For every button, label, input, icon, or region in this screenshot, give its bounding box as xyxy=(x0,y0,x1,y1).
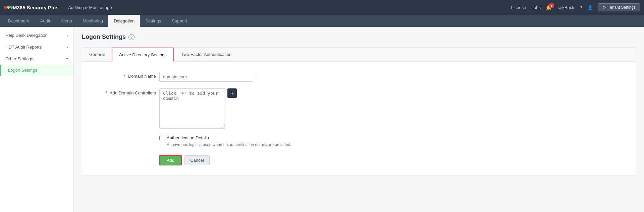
tab-dashboard[interactable]: Dashboard xyxy=(3,15,35,27)
auth-details-checkbox[interactable] xyxy=(159,136,164,140)
sidebar-item-hdt-audit-reports[interactable]: HDT Audit Reports › xyxy=(0,41,73,53)
main-content: Logon Settings ? General Active Director… xyxy=(74,27,644,212)
sidebar-item-logon-settings[interactable]: Logon Settings xyxy=(0,65,73,76)
add-domain-button[interactable]: + xyxy=(227,88,237,98)
form-area: * Domain Name * Add Domain Controllers + xyxy=(82,62,636,175)
sidebar-item-label: HDT Audit Reports xyxy=(5,45,42,50)
inner-tabs: General Active Directory Settings Two-Fa… xyxy=(82,48,636,62)
required-indicator: * xyxy=(106,90,107,95)
app-logo-dots xyxy=(4,6,13,9)
auth-details-section: Authentication Details Anonymous login i… xyxy=(96,135,622,147)
help-link[interactable]: ? xyxy=(580,5,582,10)
tab-monitoring[interactable]: Monitoring xyxy=(77,15,108,27)
license-link[interactable]: License xyxy=(511,5,526,10)
app-body: Help Desk Delegation › HDT Audit Reports… xyxy=(0,27,644,212)
notifications[interactable]: 🔔 3 xyxy=(546,5,551,10)
jobs-link[interactable]: Jobs xyxy=(532,5,541,10)
user-icon[interactable]: 👤 xyxy=(587,5,593,10)
notification-count: 3 xyxy=(549,3,554,8)
tab-delegation[interactable]: Delegation xyxy=(108,15,140,27)
gear-icon: ⚙ xyxy=(602,5,606,10)
tenant-settings-button[interactable]: ⚙ Tenant Settings xyxy=(598,3,640,11)
domain-name-row: * Domain Name xyxy=(96,72,622,82)
tab-active-directory-settings[interactable]: Active Directory Settings xyxy=(112,48,174,62)
sidebar: Help Desk Delegation › HDT Audit Reports… xyxy=(0,27,74,212)
tab-settings[interactable]: Settings xyxy=(140,15,166,27)
chevron-down-icon: ▾ xyxy=(66,57,68,61)
domain-name-label: * Domain Name xyxy=(96,72,156,79)
auth-details-label[interactable]: Authentication Details xyxy=(167,135,209,140)
page-title: Logon Settings xyxy=(82,33,126,41)
action-buttons: Add Cancel xyxy=(96,155,622,165)
tab-support[interactable]: Support xyxy=(166,15,193,27)
sidebar-sub-item-label: Logon Settings xyxy=(8,68,37,73)
add-submit-button[interactable]: Add xyxy=(159,155,182,165)
tab-general[interactable]: General xyxy=(82,48,112,62)
topbar-right: License Jobs 🔔 3 TalkBack ? 👤 ⚙ Tenant S… xyxy=(511,3,640,11)
plus-icon: + xyxy=(230,90,234,97)
tab-alerts[interactable]: Alerts xyxy=(55,15,77,27)
domain-controllers-textarea[interactable] xyxy=(159,88,225,129)
talkback-link[interactable]: TalkBack xyxy=(557,5,574,10)
chevron-right-icon: › xyxy=(67,33,68,38)
tab-two-factor-auth[interactable]: Two-Factor Authentication xyxy=(174,48,238,62)
cancel-button[interactable]: Cancel xyxy=(184,155,209,165)
module-selector[interactable]: Auditing & Monitoring ▾ xyxy=(65,4,115,11)
help-icon[interactable]: ? xyxy=(128,34,135,40)
sidebar-item-label: Help Desk Delegation xyxy=(5,33,48,38)
settings-card: General Active Directory Settings Two-Fa… xyxy=(82,47,636,176)
domain-controllers-row: * Add Domain Controllers + xyxy=(96,88,622,129)
domain-controller-input-row: + xyxy=(159,88,237,129)
sidebar-item-other-settings[interactable]: Other Settings ▾ xyxy=(0,53,73,65)
nav-tabs: Dashboard Audit Alerts Monitoring Delega… xyxy=(0,15,644,27)
app-name: M365 Security Plus xyxy=(13,5,59,10)
chevron-right-icon: › xyxy=(67,45,68,49)
sidebar-item-help-desk-delegation[interactable]: Help Desk Delegation › xyxy=(0,29,73,41)
tab-audit[interactable]: Audit xyxy=(35,15,56,27)
tenant-settings-label: Tenant Settings xyxy=(608,5,636,10)
topbar: M365 Security Plus Auditing & Monitoring… xyxy=(0,0,644,15)
auth-details-checkbox-row: Authentication Details xyxy=(159,135,622,140)
module-label: Auditing & Monitoring xyxy=(68,5,110,10)
domain-name-input[interactable] xyxy=(159,72,253,82)
page-header: Logon Settings ? xyxy=(82,33,636,41)
required-indicator: * xyxy=(124,74,125,79)
domain-controllers-label: * Add Domain Controllers xyxy=(96,88,156,95)
anonymous-note: Anonymous login is used when no authenti… xyxy=(167,142,622,147)
chevron-down-icon: ▾ xyxy=(111,6,112,9)
sidebar-item-label: Other Settings xyxy=(5,56,33,61)
